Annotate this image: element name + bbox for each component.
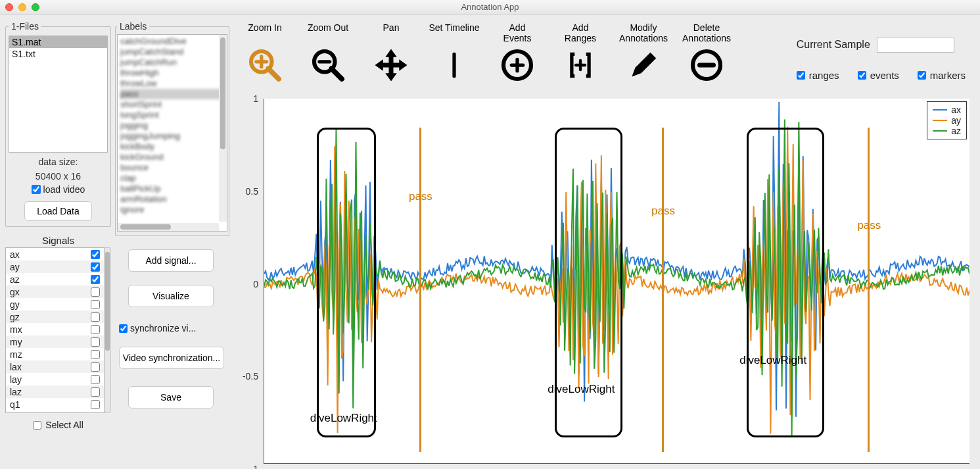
video-synchronization-button[interactable]: Video synchronization...: [119, 347, 224, 369]
signal-checkbox[interactable]: [91, 262, 100, 272]
current-sample-group: Current Sample: [797, 37, 971, 53]
event-annotation[interactable]: [662, 128, 664, 452]
label-row[interactable]: jumpCatchStand: [120, 47, 224, 57]
signal-row[interactable]: gz: [6, 310, 104, 323]
plot-area[interactable]: axayaz diveLowRightdiveLowRightdiveLowRi…: [264, 99, 969, 464]
legend-row: ay: [933, 115, 961, 126]
label-row[interactable]: longSprint: [120, 110, 224, 120]
signal-checkbox[interactable]: [91, 362, 100, 372]
plot-legend: axayaz: [927, 101, 967, 139]
current-sample-label: Current Sample: [797, 39, 870, 51]
signal-checkbox[interactable]: [91, 275, 100, 284]
signal-checkbox[interactable]: [91, 375, 100, 384]
event-annotation[interactable]: [419, 128, 421, 452]
label-row[interactable]: throwHigh: [120, 68, 224, 78]
range-annotation[interactable]: [747, 128, 824, 437]
ranges-checkbox[interactable]: ranges: [797, 70, 839, 81]
signal-row[interactable]: gy: [6, 298, 104, 310]
zoom-in-tool[interactable]: Zoom In: [233, 21, 296, 87]
visualize-button[interactable]: Visualize: [128, 285, 214, 307]
data-size-value: 50400 x 16: [9, 171, 108, 182]
signal-row[interactable]: q1: [6, 398, 104, 410]
signal-row[interactable]: az: [6, 273, 104, 285]
signal-checkbox[interactable]: [91, 300, 100, 309]
signal-row[interactable]: laz: [6, 385, 104, 398]
signal-checkbox[interactable]: [91, 312, 100, 322]
add-ranges-tool[interactable]: Add Ranges: [549, 21, 612, 87]
events-checkbox[interactable]: events: [858, 70, 899, 81]
load-data-button[interactable]: Load Data: [24, 201, 92, 221]
labels-scrollbar-horizontal[interactable]: [118, 223, 219, 231]
signal-name: q1: [10, 399, 20, 410]
synchronize-video-label: synchronize vi...: [130, 323, 196, 333]
label-row[interactable]: throwLow: [120, 78, 224, 89]
labels-list[interactable]: catchGroundDivejumpCatchStandjumpCatchRu…: [117, 34, 227, 232]
signal-row[interactable]: lax: [6, 360, 104, 373]
signal-checkbox[interactable]: [91, 400, 100, 409]
signal-row[interactable]: ax: [6, 248, 104, 260]
labels-scrollbar-vertical[interactable]: [219, 35, 227, 222]
save-button[interactable]: Save: [128, 386, 214, 408]
delete-annotations-tool[interactable]: Delete Annotations: [675, 21, 738, 87]
signal-row[interactable]: mz: [6, 348, 104, 360]
signal-name: my: [10, 337, 22, 347]
signal-name: gz: [10, 312, 20, 322]
label-row[interactable]: catchGroundDive: [120, 36, 224, 47]
signal-checkbox[interactable]: [91, 350, 100, 359]
zoom-out-tool[interactable]: Zoom Out: [296, 21, 360, 87]
zoom-out-label: Zoom Out: [296, 21, 360, 43]
markers-checkbox[interactable]: markers: [918, 70, 966, 81]
signal-checkbox[interactable]: [91, 287, 100, 297]
file-row[interactable]: S1.txt: [9, 48, 107, 60]
label-row[interactable]: pass: [120, 89, 224, 99]
label-row[interactable]: kickBody: [120, 141, 224, 152]
signal-checkbox[interactable]: [91, 387, 100, 397]
label-row[interactable]: bounce: [120, 162, 224, 173]
range-annotation[interactable]: [317, 128, 375, 437]
load-video-input[interactable]: [32, 185, 41, 194]
current-sample-input[interactable]: [877, 37, 954, 53]
label-row[interactable]: shortSprint: [120, 99, 224, 110]
signal-checkbox[interactable]: [91, 337, 100, 347]
modify-annotations-tool[interactable]: Modify Annotations: [612, 21, 675, 87]
event-annotation[interactable]: [868, 128, 870, 452]
zoom-in-label: Zoom In: [233, 21, 296, 43]
label-row[interactable]: kickGround: [120, 152, 224, 162]
set-timeline-tool[interactable]: Set Timeline: [423, 21, 486, 87]
label-row[interactable]: joggingJumping: [120, 131, 224, 141]
file-row[interactable]: S1.mat: [9, 36, 107, 48]
label-row[interactable]: jumpCatchRun: [120, 57, 224, 68]
signals-list[interactable]: axayazgxgygzmxmymzlaxlaylazq1: [5, 247, 105, 413]
add-events-icon: [486, 43, 549, 87]
signal-name: ax: [10, 249, 20, 260]
signal-checkbox[interactable]: [91, 250, 100, 259]
label-row[interactable]: jogging: [120, 120, 224, 131]
add-signal-button[interactable]: Add signal...: [128, 249, 214, 272]
label-row[interactable]: ignore: [120, 205, 224, 215]
select-all-checkbox[interactable]: Select All: [5, 420, 111, 430]
range-label: diveLowRight: [739, 354, 806, 367]
signal-row[interactable]: ay: [6, 260, 104, 273]
signals-scrollbar[interactable]: [105, 247, 111, 413]
label-row[interactable]: clap: [120, 173, 224, 184]
add-ranges-label: Add Ranges: [549, 21, 612, 43]
add-events-tool[interactable]: Add Events: [486, 21, 549, 87]
signal-row[interactable]: gx: [6, 285, 104, 298]
label-row[interactable]: ballPickUp: [120, 184, 224, 194]
signal-row[interactable]: mx: [6, 323, 104, 335]
signal-row[interactable]: my: [6, 335, 104, 348]
synchronize-video-input[interactable]: [119, 324, 128, 333]
label-row[interactable]: armRotation: [120, 194, 224, 205]
load-video-checkbox[interactable]: load video: [9, 184, 108, 195]
plot[interactable]: -1-0.500.51 axayaz diveLowRightdiveLowRi…: [237, 99, 971, 469]
signal-row[interactable]: lay: [6, 373, 104, 385]
select-all-input[interactable]: [33, 421, 41, 430]
y-axis-ticks: -1-0.500.51: [237, 99, 261, 469]
signal-checkbox[interactable]: [91, 325, 100, 334]
synchronize-video-checkbox[interactable]: synchronize vi...: [119, 323, 229, 333]
zoom-out-icon: [296, 43, 360, 87]
range-label: diveLowRight: [310, 412, 377, 425]
signal-name: lax: [10, 362, 22, 372]
files-list[interactable]: S1.mat S1.txt: [9, 36, 108, 153]
pan-tool[interactable]: Pan: [360, 21, 423, 87]
